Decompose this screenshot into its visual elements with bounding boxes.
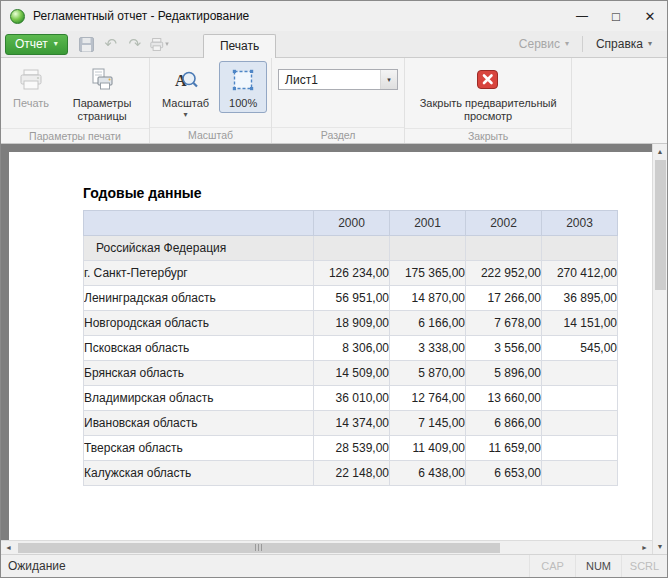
- quick-access-toolbar: ↶ ↷ ▾: [77, 34, 169, 54]
- service-menu[interactable]: Сервис ▾: [510, 31, 578, 57]
- value-cell: [542, 361, 618, 386]
- year-header: 2002: [466, 211, 542, 236]
- region-name-cell: Владимирская область: [84, 386, 314, 411]
- print-button-label: Печать: [13, 97, 49, 110]
- vertical-scroll-thumb[interactable]: [655, 160, 666, 290]
- ribbon-group-close: Закрыть предварительный просмотр Закрыть: [405, 58, 572, 143]
- undo-icon[interactable]: ↶: [101, 34, 121, 54]
- zoom-100-button[interactable]: 100%: [219, 61, 267, 113]
- value-cell: [542, 386, 618, 411]
- corner-header-cell: [84, 211, 314, 236]
- group-label-close: Закрыть: [405, 128, 571, 143]
- header-row: 2000 2001 2002 2003: [84, 211, 618, 236]
- scroll-right-icon[interactable]: ►: [637, 541, 652, 554]
- table-row: Калужская область 22 148,00 6 438,00 6 6…: [84, 461, 618, 486]
- value-cell: [314, 236, 390, 261]
- region-name-cell: Ленинградская область: [84, 286, 314, 311]
- horizontal-scrollbar[interactable]: ◄ ►: [1, 540, 652, 554]
- keyboard-indicators: CAP NUM SCRL: [529, 555, 667, 577]
- report-table: 2000 2001 2002 2003 Российская Федерация: [83, 210, 618, 486]
- group-label-zoom: Масштаб: [150, 127, 271, 143]
- value-cell: 6 438,00: [390, 461, 466, 486]
- chevron-down-icon[interactable]: ▾: [380, 70, 397, 89]
- region-name-cell: Российская Федерация: [84, 236, 314, 261]
- chevron-down-icon: ▾: [565, 40, 569, 48]
- window-controls: — □ ✕: [565, 1, 667, 31]
- year-header: 2000: [314, 211, 390, 236]
- value-cell: 126 234,00: [314, 261, 390, 286]
- value-cell: [390, 236, 466, 261]
- preview-page: Годовые данные 2000 2001 2002 2003: [9, 152, 652, 540]
- table-row: Псковская область 8 306,00 3 338,00 3 55…: [84, 336, 618, 361]
- value-cell: 11 409,00: [390, 436, 466, 461]
- table-row: Ивановская область 14 374,00 7 145,00 6 …: [84, 411, 618, 436]
- region-name-cell: Псковская область: [84, 336, 314, 361]
- chevron-down-icon: ▾: [648, 40, 652, 48]
- sheet-select[interactable]: Лист1 ▾: [278, 69, 398, 90]
- tab-print[interactable]: Печать: [203, 34, 276, 58]
- zoom-button[interactable]: A Масштаб ▾: [154, 61, 217, 122]
- value-cell: 18 909,00: [314, 311, 390, 336]
- report-menu-button[interactable]: Отчет ▾: [5, 34, 68, 55]
- maximize-button[interactable]: □: [599, 1, 633, 31]
- region-name-cell: Брянская область: [84, 361, 314, 386]
- value-cell: 270 412,00: [542, 261, 618, 286]
- value-cell: [542, 436, 618, 461]
- value-cell: 12 764,00: [390, 386, 466, 411]
- value-cell: 14 870,00: [390, 286, 466, 311]
- page-setup-icon: [86, 65, 118, 95]
- close-button[interactable]: ✕: [633, 1, 667, 31]
- value-cell: 13 660,00: [466, 386, 542, 411]
- region-name-cell: Новгородская область: [84, 311, 314, 336]
- value-cell: 36 895,00: [542, 286, 618, 311]
- value-cell: 17 266,00: [466, 286, 542, 311]
- value-cell: 7 678,00: [466, 311, 542, 336]
- preview-canvas: Годовые данные 2000 2001 2002 2003: [1, 144, 652, 540]
- scroll-down-icon[interactable]: ▼: [653, 539, 667, 554]
- print-preview-area: Годовые данные 2000 2001 2002 2003: [1, 144, 667, 554]
- print-quick-icon[interactable]: ▾: [149, 34, 169, 54]
- vertical-scrollbar[interactable]: ▲ ▼: [652, 144, 667, 554]
- value-cell: 6 653,00: [466, 461, 542, 486]
- value-cell: 36 010,00: [314, 386, 390, 411]
- zoom-button-label: Масштаб: [162, 97, 209, 110]
- service-menu-label: Сервис: [519, 37, 560, 51]
- value-cell: 22 148,00: [314, 461, 390, 486]
- menu-row: Отчет ▾ ↶ ↷ ▾ Печать: [1, 31, 667, 58]
- value-cell: 5 896,00: [466, 361, 542, 386]
- ribbon-group-zoom: A Масштаб ▾: [150, 58, 272, 143]
- value-cell: 8 306,00: [314, 336, 390, 361]
- menu-right: Сервис ▾ Справка ▾: [510, 31, 661, 57]
- value-cell: 14 374,00: [314, 411, 390, 436]
- value-cell: [542, 411, 618, 436]
- scroll-left-icon[interactable]: ◄: [1, 541, 16, 554]
- region-name-cell: Калужская область: [84, 461, 314, 486]
- page-setup-label: Параметры страницы: [67, 97, 137, 123]
- chevron-down-icon: ▾: [165, 40, 169, 48]
- table-row: Российская Федерация: [84, 236, 618, 261]
- table-row: Ленинградская область 56 951,00 14 870,0…: [84, 286, 618, 311]
- caps-lock-indicator: CAP: [529, 555, 575, 577]
- value-cell: 3 338,00: [390, 336, 466, 361]
- page-setup-button[interactable]: Параметры страницы: [59, 61, 145, 126]
- horizontal-scroll-thumb[interactable]: [18, 543, 500, 553]
- minimize-button[interactable]: —: [565, 1, 599, 31]
- chevron-down-icon: ▾: [54, 40, 58, 48]
- print-button[interactable]: Печать: [5, 61, 57, 113]
- close-preview-button[interactable]: Закрыть предварительный просмотр: [409, 61, 567, 126]
- help-menu[interactable]: Справка ▾: [587, 31, 661, 57]
- title-bar: Регламентный отчет - Редактирование — □ …: [1, 1, 667, 31]
- close-preview-label: Закрыть предварительный просмотр: [417, 97, 559, 123]
- help-menu-label: Справка: [596, 37, 643, 51]
- scroll-up-icon[interactable]: ▲: [653, 144, 667, 159]
- value-cell: [542, 236, 618, 261]
- redo-icon[interactable]: ↷: [125, 34, 145, 54]
- value-cell: 28 539,00: [314, 436, 390, 461]
- year-header: 2001: [390, 211, 466, 236]
- ribbon-filler: [572, 58, 667, 143]
- region-name-cell: г. Санкт-Петербург: [84, 261, 314, 286]
- scroll-lock-indicator: SCRL: [621, 555, 667, 577]
- region-name-cell: Тверская область: [84, 436, 314, 461]
- save-icon[interactable]: [77, 34, 97, 54]
- chevron-down-icon: ▾: [184, 111, 188, 119]
